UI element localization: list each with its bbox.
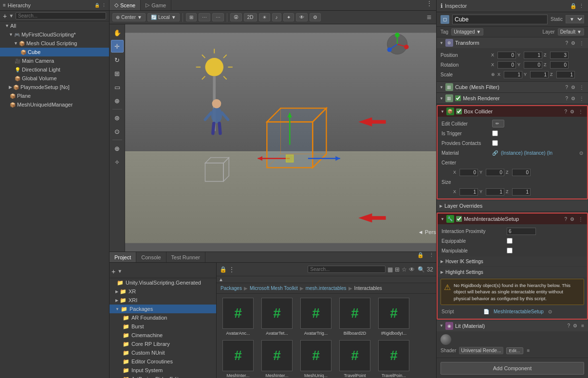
hierarchy-item-myfirst[interactable]: ▼ 🎮 MyFirstCloudScripting*	[0, 30, 109, 39]
tool-transform[interactable]: ⊕	[111, 94, 124, 107]
mesh-filter-header[interactable]: ▼ ▦ Cube (Mesh Filter) ? ⚙ ⋮	[437, 82, 588, 92]
asset-item-3[interactable]: # Billboard2D	[337, 298, 372, 336]
asset-more-btn[interactable]: ⋮	[229, 266, 235, 273]
rotation-y-input[interactable]	[524, 61, 542, 69]
breadcrumb-mesh-interactables[interactable]: mesh.interactables	[306, 286, 347, 291]
material-settings-icon[interactable]: ⚙	[572, 323, 578, 328]
asset-item-6[interactable]: # MeshInter...	[259, 340, 294, 378]
toolbar-camera-btn[interactable]: ⦿	[230, 13, 242, 21]
folder-xr[interactable]: ▶ 📁 XR	[110, 287, 216, 296]
tool-move[interactable]: ✛	[111, 40, 124, 53]
tool-custom3[interactable]: ✧	[111, 156, 124, 168]
hierarchy-item-playmodesetup[interactable]: ▶ 📦 PlaymodeSetup [No]	[0, 83, 109, 91]
scene-tab-game[interactable]: ▷ Game	[141, 0, 171, 10]
mesh-filter-more-icon[interactable]: ⋮	[578, 85, 585, 90]
mesh-interactable-checkbox[interactable]	[456, 216, 462, 222]
folder-ar-foundation[interactable]: 📁 AR Foundation	[110, 313, 216, 322]
center-y-input[interactable]	[486, 169, 504, 176]
box-collider-header[interactable]: ▼ 📦 Box Collider ? ⚙ ⋮	[438, 106, 587, 117]
material-target-icon[interactable]: ⊙	[579, 150, 583, 156]
mesh-interactable-settings-icon[interactable]: ⚙	[569, 216, 575, 222]
asset-eye-btn[interactable]: 👁	[409, 266, 415, 273]
tab-testrunner[interactable]: Test Runner	[166, 252, 205, 262]
position-z-input[interactable]	[550, 52, 569, 59]
hierarchy-item-maincamera[interactable]: 🎥 Main Camera	[0, 56, 109, 65]
bottom-more-icon[interactable]: ⋮	[427, 252, 436, 262]
folder-xri[interactable]: ▶ 📁 XRI	[110, 296, 216, 305]
folder-editor-coroutines[interactable]: 📁 Editor Coroutines	[110, 357, 216, 366]
folder-input-system[interactable]: 📁 Input System	[110, 366, 216, 375]
center-x-input[interactable]	[459, 169, 478, 176]
toolbar-grid-btn[interactable]: ⊞	[186, 13, 197, 21]
asset-filter-btn[interactable]: ▦	[387, 266, 393, 273]
position-y-input[interactable]	[524, 52, 542, 59]
tab-console[interactable]: Console	[136, 252, 166, 262]
interaction-proximity-input[interactable]	[507, 228, 536, 235]
box-collider-settings-icon[interactable]: ⚙	[569, 109, 575, 114]
scale-z-input[interactable]	[556, 71, 575, 78]
hierarchy-lock[interactable]: 🔒	[94, 3, 100, 8]
folder-custom-nunit[interactable]: 📁 Custom NUnit	[110, 348, 216, 357]
mesh-renderer-help-icon[interactable]: ?	[565, 96, 568, 101]
asset-lock-btn[interactable]: 🔒	[220, 266, 227, 273]
transform-more-icon[interactable]: ⋮	[578, 40, 585, 46]
equippable-checkbox[interactable]	[507, 238, 513, 244]
transform-header[interactable]: ▼ ⊕ Transform ? ⚙ ⋮	[437, 37, 588, 48]
shader-more-icon[interactable]: ≡	[527, 348, 530, 353]
inspector-lock-icon[interactable]: 🔒	[570, 3, 577, 9]
script-value[interactable]: MeshInteractableSetup	[494, 309, 544, 314]
mesh-renderer-settings-icon[interactable]: ⚙	[570, 96, 576, 101]
highlight-settings-header[interactable]: ▶ Highlight Settings	[438, 267, 587, 277]
asset-item-7[interactable]: # MeshUniq...	[298, 340, 333, 378]
folder-burst[interactable]: 📁 Burst	[110, 322, 216, 331]
asset-item-9[interactable]: # TravelPoin...	[376, 340, 411, 378]
rotation-z-input[interactable]	[550, 61, 569, 69]
edit-collider-btn[interactable]: ✏	[492, 120, 504, 127]
folder-unity-vs-generated[interactable]: 📁 Unity.VisualScripting.Generated	[110, 278, 216, 287]
toolbar-more-btn[interactable]: ⋯	[212, 13, 224, 21]
add-dropdown-btn[interactable]: ▼	[117, 269, 122, 274]
asset-star-btn[interactable]: ☆	[402, 266, 407, 273]
transform-settings-icon[interactable]: ⚙	[570, 40, 576, 46]
material-value[interactable]: (Instance) (Instance) (In	[501, 150, 577, 156]
inspector-more-icon[interactable]: ⋮	[579, 3, 584, 9]
asset-item-8[interactable]: # TravelPoint	[337, 340, 372, 378]
mesh-interactable-help-icon[interactable]: ?	[564, 216, 567, 222]
material-header[interactable]: ▼ ◉ Lit (Material) ? ⚙ ≡	[437, 321, 588, 331]
hierarchy-item-dirlight[interactable]: 💡 Directional Light	[0, 65, 109, 74]
mesh-interactable-more-icon[interactable]: ⋮	[577, 216, 584, 222]
layer-dropdown[interactable]: Default ▼	[558, 28, 584, 36]
breadcrumb-packages[interactable]: Packages	[220, 286, 242, 291]
add-component-btn[interactable]: Add Component	[441, 362, 584, 375]
tool-hand[interactable]: ✋	[111, 26, 124, 39]
object-name-input[interactable]	[452, 15, 548, 24]
bottom-lock-icon[interactable]: 🔒	[414, 252, 427, 262]
shader-edit-btn[interactable]: Edit...	[506, 347, 523, 354]
mesh-filter-help-icon[interactable]: ?	[565, 85, 568, 90]
folder-packages[interactable]: ▼ 📁 Packages	[110, 305, 216, 313]
toolbar-snap-btn[interactable]: ⋯	[199, 13, 210, 21]
toolbar-scene-visibility-btn[interactable]: 👁	[296, 13, 308, 21]
mesh-renderer-more-icon[interactable]: ⋮	[578, 96, 585, 101]
material-help-icon[interactable]: ?	[568, 323, 570, 328]
tool-rect[interactable]: ▭	[111, 81, 124, 93]
asset-item-4[interactable]: # IRigidbodyI...	[376, 298, 411, 336]
toolbar-2d-btn[interactable]: 2D	[244, 13, 257, 21]
asset-sort-btn[interactable]: ⊞	[395, 266, 400, 273]
tab-project[interactable]: Project	[110, 252, 136, 262]
box-collider-help-icon[interactable]: ?	[564, 109, 567, 114]
provides-contacts-checkbox[interactable]	[492, 140, 498, 146]
toolbar-fx-btn[interactable]: ✦	[283, 13, 294, 21]
hierarchy-item-meshunique[interactable]: 📦 MeshUniqueIdManager	[0, 100, 109, 109]
shader-dropdown[interactable]: Universal Rende...	[459, 347, 503, 354]
tool-custom2[interactable]: ⊙	[111, 125, 124, 138]
mesh-renderer-header[interactable]: ▼ ▦ Mesh Renderer ? ⚙ ⋮	[437, 93, 588, 104]
size-y-input[interactable]	[486, 188, 504, 196]
folder-jetbrains[interactable]: 📁 JetBrains Rider Editor	[110, 375, 216, 378]
toolbar-local-btn[interactable]: 🔄 Local ▼	[147, 13, 180, 21]
position-x-input[interactable]	[497, 52, 516, 59]
folder-cinemachine[interactable]: 📁 Cinemachine	[110, 331, 216, 340]
asset-item-0[interactable]: # AvatarAnc...	[220, 298, 256, 336]
hierarchy-more[interactable]: ⋮	[102, 3, 106, 8]
is-trigger-checkbox[interactable]	[492, 130, 498, 136]
